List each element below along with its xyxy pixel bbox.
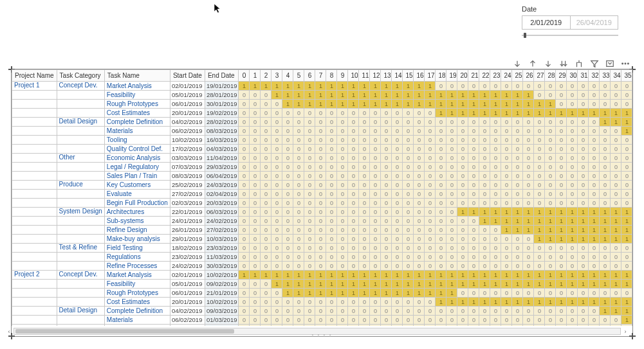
focus-mode-icon[interactable] (605, 59, 614, 68)
table-row[interactable]: Cost Estimates20/01/201919/02/2019000000… (12, 109, 633, 118)
col-day[interactable]: 13 (381, 70, 392, 82)
expand-down-icon[interactable] (559, 59, 568, 68)
cell-end: 10/02/2019 (205, 298, 239, 307)
col-day[interactable]: 32 (589, 70, 600, 82)
table-row[interactable]: Tooling10/02/201917/03/20190000000000000… (12, 325, 633, 327)
cell-value: 1 (403, 271, 414, 280)
table-row[interactable]: Cost Estimates20/01/201910/02/2019000000… (12, 298, 633, 307)
col-day[interactable]: 4 (282, 70, 293, 82)
col-day[interactable]: 19 (446, 70, 457, 82)
cell-category: System Design (57, 208, 104, 217)
cell-value: 1 (545, 208, 556, 217)
table-row[interactable]: Project 1Concept Dev.Market Analysis02/0… (12, 82, 633, 91)
col-day[interactable]: 20 (457, 70, 468, 82)
cell-value: 0 (414, 172, 425, 181)
slicer-slider[interactable] (522, 33, 618, 37)
col-day[interactable]: 33 (600, 70, 611, 82)
cell-value: 1 (490, 91, 501, 100)
cell-value: 0 (556, 289, 567, 298)
col-day[interactable]: 27 (534, 70, 545, 82)
col-project[interactable]: Project Name (12, 70, 57, 82)
table-row[interactable]: Feasibility05/01/201928/01/2019000111111… (12, 91, 633, 100)
cell-value: 0 (501, 172, 512, 181)
filter-icon[interactable] (590, 59, 599, 68)
col-day[interactable]: 2 (261, 70, 271, 82)
table-row[interactable]: Evaluate27/02/201902/04/2019000000000000… (12, 190, 633, 199)
col-day[interactable]: 22 (479, 70, 490, 82)
col-task[interactable]: Task Name (104, 70, 170, 82)
col-day[interactable]: 9 (337, 70, 348, 82)
resize-corner-br[interactable] (629, 333, 636, 339)
col-day[interactable]: 25 (512, 70, 523, 82)
col-day[interactable]: 3 (271, 70, 282, 82)
more-options-icon[interactable] (621, 59, 630, 68)
table-row[interactable]: Feasibility05/01/201909/02/2019000111111… (12, 280, 633, 289)
col-day[interactable]: 1 (250, 70, 261, 82)
date-slicer[interactable]: Date 2/01/2019 26/04/2019 (522, 5, 618, 37)
table-row[interactable]: Tooling10/02/201916/03/20190000000000000… (12, 136, 633, 145)
table-row[interactable]: Test & RefineField Testing18/02/201923/0… (12, 244, 633, 253)
col-day[interactable]: 24 (501, 70, 512, 82)
table-row[interactable]: Refine Design26/01/201927/02/20190000000… (12, 226, 633, 235)
table-row[interactable]: ProduceKey Customers25/02/201924/03/2019… (12, 181, 633, 190)
scroll-right-icon[interactable]: › (621, 328, 629, 335)
col-day[interactable]: 8 (326, 70, 337, 82)
slicer-to[interactable]: 26/04/2019 (571, 16, 618, 29)
table-row[interactable]: Begin Full Production02/03/201920/03/201… (12, 199, 633, 208)
cell-value: 0 (359, 154, 370, 163)
table-row[interactable]: Refine Processes24/02/201930/03/20190000… (12, 262, 633, 271)
slicer-from[interactable]: 2/01/2019 (522, 16, 571, 29)
col-day[interactable]: 6 (304, 70, 315, 82)
col-day[interactable]: 30 (567, 70, 578, 82)
table-row[interactable]: OtherEconomic Analysis03/03/201911/04/20… (12, 154, 633, 163)
col-day[interactable]: 31 (578, 70, 589, 82)
col-day[interactable]: 21 (468, 70, 479, 82)
col-day[interactable]: 15 (403, 70, 414, 82)
col-day[interactable]: 12 (370, 70, 381, 82)
gantt-matrix-table[interactable]: Project Name Task Category Task Name Sta… (12, 69, 632, 326)
col-day[interactable]: 5 (293, 70, 304, 82)
table-row[interactable]: Rough Prototypes06/01/201930/01/20190000… (12, 100, 633, 109)
col-start[interactable]: Start Date (170, 70, 205, 82)
table-row[interactable]: Quality Control Def.17/02/201904/03/2019… (12, 145, 633, 154)
scroll-left-icon[interactable]: ‹ (5, 328, 13, 335)
col-day[interactable]: 11 (359, 70, 370, 82)
drill-on-icon[interactable] (513, 59, 522, 68)
col-end[interactable]: End Date (205, 70, 239, 82)
table-row[interactable]: Sub-systems24/01/201924/02/2019000000000… (12, 217, 633, 226)
col-day[interactable]: 26 (523, 70, 534, 82)
col-day[interactable]: 17 (425, 70, 436, 82)
col-day[interactable]: 18 (436, 70, 446, 82)
col-day[interactable]: 28 (545, 70, 556, 82)
cell-value: 0 (436, 154, 446, 163)
col-day[interactable]: 29 (556, 70, 567, 82)
resize-grip-icon[interactable]: • • • • (312, 332, 333, 337)
table-row[interactable]: Materials06/02/201908/03/201900000000000… (12, 127, 633, 136)
table-row[interactable]: Regulations23/02/201911/03/2019000000000… (12, 253, 633, 262)
col-day[interactable]: 10 (348, 70, 359, 82)
col-day[interactable]: 23 (490, 70, 501, 82)
drill-up-icon[interactable] (528, 59, 537, 68)
col-day[interactable]: 16 (414, 70, 425, 82)
table-row[interactable]: Make-buy analysis29/01/201910/03/2019000… (12, 235, 633, 244)
table-row[interactable]: Sales Plan / Train08/03/201906/04/201900… (12, 172, 633, 181)
table-row[interactable]: Detail DesignComplete Definition04/02/20… (12, 118, 633, 127)
col-day[interactable]: 0 (239, 70, 250, 82)
table-row[interactable]: Materials06/02/201901/03/201900000000000… (12, 316, 633, 325)
col-day[interactable]: 34 (611, 70, 621, 82)
hierarchy-icon[interactable] (575, 59, 584, 68)
table-row[interactable]: System DesignArchitectures22/01/201906/0… (12, 208, 633, 217)
matrix-visual[interactable]: Project Name Task Category Task Name Sta… (11, 69, 633, 337)
col-category[interactable]: Task Category (57, 70, 104, 82)
slider-handle[interactable] (524, 33, 526, 38)
table-row[interactable]: Detail DesignComplete Definition04/02/20… (12, 307, 633, 316)
cell-end: 10/02/2019 (205, 271, 239, 280)
drill-down-icon[interactable] (544, 59, 553, 68)
col-day[interactable]: 7 (315, 70, 326, 82)
col-day[interactable]: 14 (392, 70, 403, 82)
table-row[interactable]: Rough Prototypes06/01/201921/01/20190000… (12, 289, 633, 298)
table-row[interactable]: Legal / Regulatory07/03/201929/03/201900… (12, 163, 633, 172)
col-day[interactable]: 35 (621, 70, 632, 82)
scrollbar-thumb[interactable] (15, 329, 234, 334)
table-row[interactable]: Project 2Concept Dev.Market Analysis02/0… (12, 271, 633, 280)
